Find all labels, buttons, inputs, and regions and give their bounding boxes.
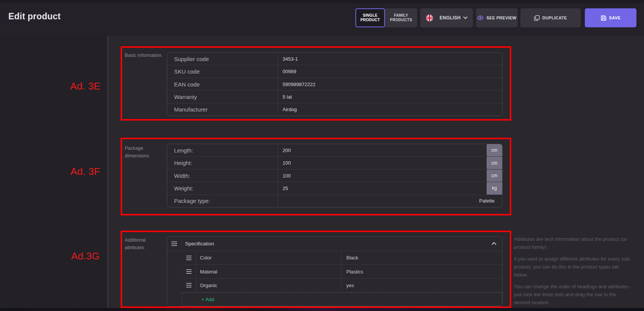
table-row: Weight: 25 kg xyxy=(167,182,502,195)
field-label: Warranty xyxy=(167,91,278,103)
page-title: Edit product xyxy=(8,11,61,22)
save-button[interactable]: SAVE xyxy=(585,8,636,27)
save-label: SAVE xyxy=(609,16,620,20)
drag-handle[interactable] xyxy=(182,279,196,292)
table-row: Supplier code 3453-1 xyxy=(167,53,502,65)
length-value: 200 xyxy=(283,148,291,153)
save-icon xyxy=(601,15,606,21)
field-label: Manufacturer xyxy=(167,104,278,116)
add-attribute-button[interactable]: + Add xyxy=(201,297,214,302)
header: Edit product SINGLE PRODUCT FAMILY PRODU… xyxy=(0,3,644,36)
table-row: Warranty 5 lat xyxy=(167,91,502,103)
field-label: Height: xyxy=(167,157,278,169)
tab-single-product-label: SINGLE PRODUCT xyxy=(356,13,384,23)
width-field[interactable]: 100 cm xyxy=(278,170,502,182)
bottom-cutoff-band xyxy=(0,308,644,311)
drag-handle[interactable] xyxy=(182,251,196,264)
attribute-row: Color Black xyxy=(182,251,502,265)
width-value: 100 xyxy=(283,173,291,179)
duplicate-button[interactable]: DUPLICATE xyxy=(520,8,581,27)
attribute-name-field[interactable]: Material xyxy=(196,265,342,278)
see-preview-label: SEE PREVIEW xyxy=(486,16,516,20)
tab-family-products-label: FAMILY PRODUCTS xyxy=(385,13,417,23)
annotation-label-3f: Ad. 3F xyxy=(61,166,110,177)
edit-product-page: Edit product SINGLE PRODUCT FAMILY PRODU… xyxy=(0,0,644,311)
package-dimensions-table: Length: 200 cm Height: 100 cm Width: 100… xyxy=(167,144,503,207)
tab-family-products[interactable]: FAMILY PRODUCTS xyxy=(385,8,417,27)
attribute-name-field[interactable]: Organic xyxy=(196,279,342,292)
table-row: Length: 200 cm xyxy=(167,144,502,157)
package-dimensions-section-label: Package dimensions: xyxy=(125,145,163,160)
duplicate-icon xyxy=(534,15,540,21)
collapse-group-button[interactable] xyxy=(485,237,502,251)
help-paragraph: You can change the order of headings and… xyxy=(514,283,632,306)
drag-handle[interactable] xyxy=(167,237,182,251)
field-label: SKU code xyxy=(167,65,278,77)
attribute-group-header: Specification xyxy=(167,237,502,251)
attributes-help-panel: Attributes are tech information about th… xyxy=(514,235,632,310)
table-row: EAN code 590989872222 xyxy=(167,78,502,91)
chevron-down-icon xyxy=(463,16,468,19)
annotation-label-3e: Ad. 3E xyxy=(61,80,110,92)
tab-single-product[interactable]: SINGLE PRODUCT xyxy=(355,8,385,27)
table-row: SKU code 00989 xyxy=(167,65,502,78)
add-attribute-row: + Add xyxy=(182,292,502,306)
eye-icon xyxy=(477,16,484,20)
additional-attributes-section-label: Additional attributes xyxy=(125,236,163,251)
uk-flag-icon xyxy=(426,14,433,22)
length-field[interactable]: 200 cm xyxy=(278,144,502,156)
unit-badge: cm xyxy=(487,144,502,156)
duplicate-label: DUPLICATE xyxy=(542,16,567,20)
ean-code-field[interactable]: 590989872222 xyxy=(278,78,502,90)
unit-badge: cm xyxy=(487,157,502,169)
manufacturer-field[interactable]: Airdog xyxy=(278,104,502,116)
additional-attributes-table: Specification Color Black Material Plast… xyxy=(167,236,503,306)
height-value: 100 xyxy=(283,160,291,166)
package-type-select[interactable]: Palette xyxy=(278,195,502,207)
height-field[interactable]: 100 cm xyxy=(278,157,502,169)
window-top-strip xyxy=(0,0,644,3)
weight-value: 25 xyxy=(283,185,288,191)
language-label: ENGLISH xyxy=(436,15,460,20)
supplier-code-field[interactable]: 3453-1 xyxy=(278,53,502,65)
table-row: Width: 100 cm xyxy=(167,170,502,182)
drag-handle[interactable] xyxy=(182,265,196,278)
attribute-row: Material Plastics xyxy=(182,265,502,278)
field-label: EAN code xyxy=(167,78,278,90)
basic-information-table: Supplier code 3453-1 SKU code 00989 EAN … xyxy=(167,52,503,116)
attribute-value-field[interactable]: Black xyxy=(342,251,502,264)
field-label: Width: xyxy=(167,170,278,182)
help-paragraph: Attributes are tech information about th… xyxy=(514,235,632,251)
unit-badge: kg xyxy=(487,182,502,194)
attribute-name-field[interactable]: Color xyxy=(196,251,342,264)
attribute-group-title: Specification xyxy=(182,237,485,251)
annotation-label-3g: Ad.3G xyxy=(61,250,110,262)
basic-information-section-label: Basic information: xyxy=(125,52,163,59)
warranty-field[interactable]: 5 lat xyxy=(278,91,502,103)
field-label: Supplier code xyxy=(167,53,278,65)
help-paragraph: if you want to assign different attribut… xyxy=(514,255,632,279)
field-label: Package type: xyxy=(167,195,278,207)
field-label: Weight: xyxy=(167,182,278,194)
field-label: Length: xyxy=(167,144,278,156)
weight-field[interactable]: 25 kg xyxy=(278,182,502,194)
attribute-value-field[interactable]: yes xyxy=(342,279,502,292)
table-row: Height: 100 cm xyxy=(167,157,502,169)
see-preview-button[interactable]: SEE PREVIEW xyxy=(476,8,518,27)
table-row: Manufacturer Airdog xyxy=(167,104,502,116)
table-row: Package type: Palette xyxy=(167,195,502,207)
sku-code-field[interactable]: 00989 xyxy=(278,65,502,77)
language-dropdown[interactable]: ENGLISH xyxy=(420,8,473,27)
attribute-row: Organic yes xyxy=(182,279,502,292)
attribute-value-field[interactable]: Plastics xyxy=(342,265,502,278)
unit-badge: cm xyxy=(487,170,502,182)
